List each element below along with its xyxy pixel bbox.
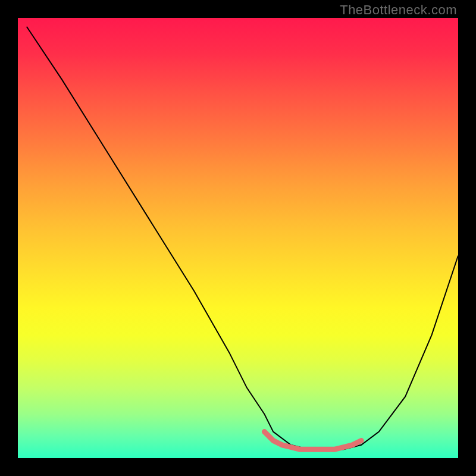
chart-frame: TheBottleneck.com	[0, 0, 476, 476]
watermark-text: TheBottleneck.com	[340, 2, 457, 18]
optimal-highlight-path	[264, 432, 361, 450]
bottleneck-curve-path	[27, 27, 458, 449]
chart-svg	[18, 18, 458, 458]
